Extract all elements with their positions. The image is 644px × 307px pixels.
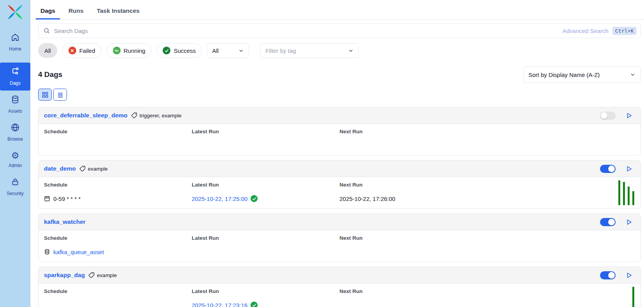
schedule-value <box>44 141 192 149</box>
latest-run-column-header: Latest Run <box>192 235 340 241</box>
success-check-icon <box>251 195 258 202</box>
tab-dags[interactable]: Dags <box>36 6 60 19</box>
pill-label: Success <box>174 47 196 54</box>
trigger-dag-button[interactable] <box>625 112 633 119</box>
latest-run-column-header: Latest Run <box>192 288 340 294</box>
asset-icon <box>44 249 50 255</box>
security-icon <box>11 177 20 188</box>
pill-label: All <box>44 47 51 54</box>
next-run-time: 2025-10-22, 17:26:00 <box>340 195 395 202</box>
recent-runs-bars[interactable] <box>632 287 634 307</box>
run-duration-bar[interactable] <box>618 180 620 205</box>
schedule-asset-link[interactable]: kafka_queue_asset <box>53 249 104 255</box>
dag-pause-toggle[interactable] <box>600 218 616 226</box>
pill-label: Failed <box>79 47 95 54</box>
dag-tags: example <box>88 272 117 278</box>
dag-card-body: Schedule 0-59 * * * * Latest Run 2025-10… <box>39 177 640 208</box>
trigger-dag-button[interactable] <box>625 272 633 279</box>
filter-pill-failed[interactable]: Failed <box>62 43 102 58</box>
assets-icon <box>11 95 20 106</box>
search-bar: Advanced Search Ctrl+K <box>38 23 641 38</box>
dag-card-header: sparkapp_dag example <box>39 267 640 284</box>
filter-pill-running[interactable]: Running <box>107 43 152 58</box>
run-duration-bar[interactable] <box>632 287 634 307</box>
sidebar-item-dags[interactable]: Dags <box>0 63 30 91</box>
schedule-column-header: Schedule <box>44 235 192 241</box>
dag-pause-toggle[interactable] <box>600 271 616 279</box>
dag-pause-toggle[interactable] <box>600 112 616 120</box>
filter-pill-success[interactable]: Success <box>156 43 202 58</box>
tab-runs[interactable]: Runs <box>64 6 88 19</box>
sidebar-item-admin[interactable]: ⚙ Admin <box>0 147 30 173</box>
tag-filter-placeholder: Filter by tag <box>265 47 296 54</box>
sidebar-item-label: Browse <box>7 136 23 142</box>
dag-name-link[interactable]: date_demo <box>44 165 76 172</box>
dag-name-link[interactable]: core_deferrable_sleep_demo <box>44 112 128 119</box>
dag-card-body: Schedule Latest Run 2025-10-22, 17:23:16… <box>39 284 640 307</box>
sidebar-item-label: Security <box>7 191 23 196</box>
latest-run-link[interactable]: 2025-10-22, 17:23:16 <box>192 302 247 307</box>
play-icon <box>625 218 633 226</box>
filter-pill-all[interactable]: All <box>38 43 57 58</box>
run-duration-bar[interactable] <box>623 182 625 205</box>
dag-card-body: Schedule Latest Run Next Run <box>39 124 640 155</box>
chevron-down-icon <box>238 48 244 54</box>
latest-run-column-header: Latest Run <box>192 129 340 134</box>
schedule-value <box>44 301 192 307</box>
sidebar-item-label: Admin <box>9 163 22 168</box>
sidebar: Home Dags Assets Browse ⚙ Admin Security <box>0 0 30 307</box>
dag-count: 4 Dags <box>38 70 62 79</box>
dag-card-header: date_demo example <box>39 160 640 177</box>
schedule-value: 0-59 * * * * <box>44 195 192 202</box>
sidebar-item-label: Assets <box>8 108 22 114</box>
sidebar-item-assets[interactable]: Assets <box>0 91 30 119</box>
view-toggles <box>38 89 641 101</box>
dag-pause-toggle[interactable] <box>600 165 616 173</box>
latest-run-link[interactable]: 2025-10-22, 17:25:00 <box>192 195 247 202</box>
dag-card-date_demo: date_demo example Schedule 0-59 * * * * … <box>38 160 641 209</box>
sidebar-item-security[interactable]: Security <box>0 173 30 201</box>
dag-name-link[interactable]: sparkapp_dag <box>44 272 85 279</box>
sort-select[interactable]: Sort by Display Name (A-Z) <box>523 66 641 83</box>
paused-filter-value: All <box>212 47 219 54</box>
state-pills: All Failed Running Success <box>38 43 202 58</box>
airflow-pinwheel-icon <box>7 3 24 21</box>
play-icon <box>625 165 633 173</box>
play-icon <box>625 272 633 279</box>
sidebar-item-home[interactable]: Home <box>0 28 30 56</box>
run-duration-bar[interactable] <box>628 187 630 205</box>
schedule-column-header: Schedule <box>44 129 192 134</box>
dag-tags-text: example <box>97 272 117 278</box>
advanced-search-link[interactable]: Advanced Search <box>562 28 608 34</box>
trigger-dag-button[interactable] <box>625 218 633 226</box>
latest-run-value <box>192 248 340 256</box>
airflow-logo[interactable] <box>7 3 24 22</box>
card-view-button[interactable] <box>38 89 52 101</box>
grid-view-icon <box>42 91 49 98</box>
run-duration-bar[interactable] <box>632 191 634 205</box>
search-icon <box>43 27 50 34</box>
sidebar-item-label: Dags <box>10 80 21 86</box>
dag-tags: example <box>79 166 108 172</box>
schedule-column-header: Schedule <box>44 288 192 294</box>
dag-list: core_deferrable_sleep_demo triggerer, ex… <box>38 107 641 307</box>
next-run-value <box>340 141 635 149</box>
sidebar-item-browse[interactable]: Browse <box>0 119 30 147</box>
dag-tags: triggerer, example <box>131 112 182 119</box>
trigger-dag-button[interactable] <box>625 165 633 173</box>
dag-tags-text: example <box>88 166 108 172</box>
latest-run-column-header: Latest Run <box>192 182 340 188</box>
tab-task-instances[interactable]: Task Instances <box>92 6 144 19</box>
admin-icon: ⚙ <box>11 151 20 160</box>
list-header: 4 Dags Sort by Display Name (A-Z) <box>38 66 641 83</box>
tag-filter-select[interactable]: Filter by tag <box>260 43 359 58</box>
search-input[interactable] <box>54 28 558 34</box>
table-view-button[interactable] <box>53 89 67 101</box>
dag-name-link[interactable]: kafka_watcher <box>44 218 86 225</box>
paused-filter-select[interactable]: All <box>207 43 249 58</box>
dag-card-header: core_deferrable_sleep_demo triggerer, ex… <box>39 107 640 124</box>
success-check-icon <box>251 302 258 307</box>
list-view-icon <box>57 91 64 98</box>
recent-runs-bars[interactable] <box>618 180 634 205</box>
pill-label: Running <box>124 47 146 54</box>
